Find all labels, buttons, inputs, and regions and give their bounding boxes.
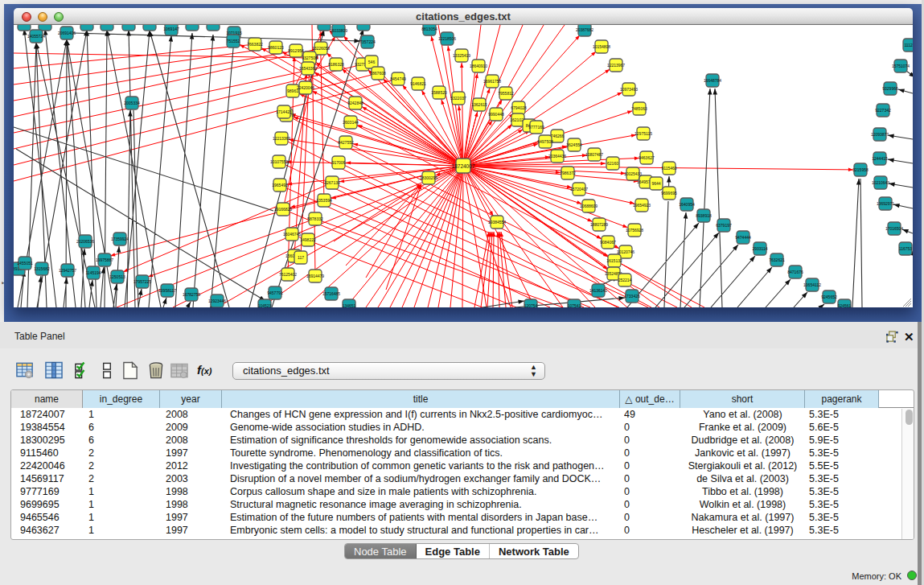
svg-text:8427552: 8427552 [338,140,354,145]
svg-text:9227342: 9227342 [875,108,891,113]
svg-text:8813054: 8813054 [421,27,437,31]
svg-text:16543362: 16543362 [299,66,317,71]
svg-text:14136141: 14136141 [589,288,607,293]
svg-text:1250513: 1250513 [109,274,125,279]
svg-text:2603144: 2603144 [343,120,359,125]
svg-text:12213369: 12213369 [273,136,290,141]
svg-text:9329966: 9329966 [882,86,898,91]
svg-text:18640910: 18640910 [470,64,487,68]
svg-text:22420046: 22420046 [297,85,314,90]
svg-text:546: 546 [368,60,376,64]
svg-text:3215958: 3215958 [852,167,869,172]
svg-text:8938918: 8938918 [696,213,712,218]
svg-text:9457791: 9457791 [267,290,283,295]
svg-text:7357224: 7357224 [359,39,376,44]
svg-text:15720407: 15720407 [570,187,588,192]
svg-text:9860123: 9860123 [268,45,284,50]
svg-text:16046745: 16046745 [283,232,301,237]
svg-text:10756928: 10756928 [626,228,643,233]
svg-text:7663822: 7663822 [247,42,263,47]
svg-text:14055724: 14055724 [27,34,45,39]
svg-text:1733426: 1733426 [624,294,640,299]
svg-text:18724007: 18724007 [452,163,475,169]
svg-text:10654112: 10654112 [803,282,821,287]
svg-text:3267130: 3267130 [324,180,340,185]
svg-text:9084067: 9084067 [600,240,616,245]
svg-text:1455051: 1455051 [17,261,33,266]
svg-text:8454749: 8454749 [390,76,406,81]
svg-text:9245652: 9245652 [821,295,837,299]
svg-text:20387682: 20387682 [576,27,593,32]
svg-text:11123: 11123 [904,43,913,47]
svg-text:19975887: 19975887 [96,257,113,262]
svg-text:9115460: 9115460 [661,166,676,171]
svg-text:16648784: 16648784 [704,78,721,83]
svg-text:10025433: 10025433 [624,171,642,176]
svg-text:120754: 120754 [524,303,538,307]
svg-text:12218506: 12218506 [438,36,456,41]
svg-text:19166825: 19166825 [274,207,292,212]
svg-text:107541: 107541 [568,303,581,307]
svg-text:15751074: 15751074 [892,64,910,68]
svg-text:7955812: 7955812 [498,91,514,96]
svg-text:19654923: 19654923 [633,203,651,208]
svg-text:16033809: 16033809 [330,28,347,33]
svg-text:76125402: 76125402 [279,272,297,277]
svg-text:5322037: 5322037 [450,96,466,101]
svg-text:13226058: 13226058 [312,46,330,51]
svg-text:2933114: 2933114 [752,246,767,251]
svg-text:751552: 751552 [227,39,240,43]
svg-text:9327506: 9327506 [302,56,318,60]
svg-text:5878332: 5878332 [307,216,323,221]
svg-text:10807487: 10807487 [585,152,603,157]
svg-text:20364436: 20364436 [548,154,566,159]
svg-text:9990448: 9990448 [488,112,504,117]
svg-text:1315682: 1315682 [34,266,50,271]
svg-text:1362615: 1362615 [471,102,487,107]
svg-text:18807289: 18807289 [590,222,608,227]
svg-text:6497508: 6497508 [537,139,553,144]
svg-text:18300295: 18300295 [420,175,437,180]
svg-text:62160: 62160 [607,161,618,166]
svg-text:116753: 116753 [899,246,913,251]
svg-text:9644: 9644 [651,181,660,186]
svg-text:746266: 746266 [551,134,565,138]
svg-text:1069147: 1069147 [163,27,179,31]
svg-text:13692971: 13692971 [877,201,894,206]
svg-text:1145194: 1145194 [85,270,101,275]
svg-text:7986372: 7986372 [560,171,576,175]
svg-text:12213967: 12213967 [607,63,625,68]
svg-text:10688609: 10688609 [580,204,598,208]
svg-text:12975115: 12975115 [634,131,652,136]
svg-text:1615132: 1615132 [606,258,622,263]
svg-text:1640954: 1640954 [679,202,695,207]
svg-text:3624554: 3624554 [566,142,582,147]
svg-text:9699695: 9699695 [661,191,677,196]
svg-text:10120746: 10120746 [617,249,634,254]
svg-text:19384554: 19384554 [488,220,506,225]
svg-text:12923446: 12923446 [208,299,226,303]
svg-text:6794028: 6794028 [511,105,527,110]
svg-text:10973493: 10973493 [620,87,638,92]
svg-text:9474444: 9474444 [735,235,751,240]
svg-text:12093877: 12093877 [871,132,889,137]
svg-text:10107553: 10107553 [270,159,288,164]
svg-text:917006: 917006 [332,160,346,165]
svg-text:9777169: 9777169 [528,125,544,130]
svg-text:6379197: 6379197 [716,223,732,228]
svg-text:1588520: 1588520 [431,90,447,95]
svg-text:1714423: 1714423 [276,109,292,114]
svg-text:10958117: 10958117 [158,288,176,293]
svg-text:10154808: 10154808 [593,44,610,49]
svg-text:17957225: 17957225 [133,279,151,284]
svg-text:104523: 104523 [258,303,272,307]
svg-text:9463627: 9463627 [639,155,655,160]
svg-text:1353594: 1353594 [316,198,332,203]
svg-text:16961758: 16961758 [483,79,501,84]
svg-text:134651: 134651 [343,303,356,307]
svg-text:20691406: 20691406 [58,31,76,35]
svg-text:7485063: 7485063 [631,106,647,111]
svg-text:1244415: 1244415 [872,156,888,161]
svg-text:7632621: 7632621 [769,257,785,262]
svg-text:12942757: 12942757 [59,268,76,273]
